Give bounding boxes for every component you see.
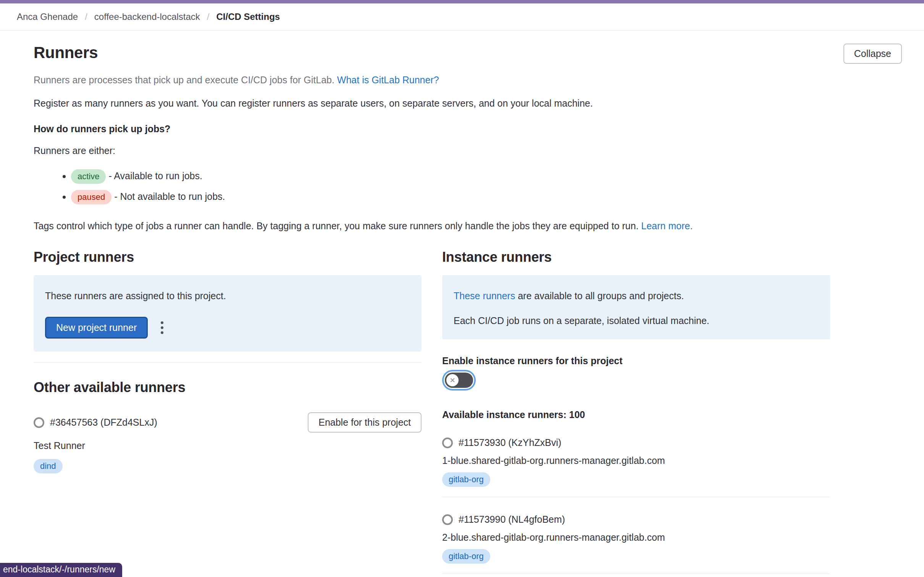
available-instance-runners-label: Available instance runners: 100 — [442, 409, 830, 420]
instance-runners-section: Instance runners These runners are avail… — [442, 249, 830, 577]
runners-are-either-text: Runners are either: — [34, 145, 902, 156]
collapse-button[interactable]: Collapse — [843, 44, 902, 64]
page-title: Runners — [34, 44, 98, 62]
other-available-runners-title: Other available runners — [34, 379, 422, 395]
instance-runner-id: #11573930 (KzYhZxBvi) — [459, 437, 561, 448]
runner-tag-badge: dind — [34, 459, 63, 473]
active-status-badge: active — [71, 169, 106, 184]
instance-runners-title: Instance runners — [442, 249, 830, 265]
runner-tag-badge: gitlab-org — [442, 549, 490, 564]
instance-runners-info-text: are available to all groups and projects… — [515, 290, 684, 301]
project-runners-info-box: These runners are assigned to this proje… — [34, 275, 422, 352]
breadcrumb: Anca Ghenade / coffee-backend-localstack… — [0, 3, 924, 31]
instance-runner-host: 1-blue.shared-gitlab-org.runners-manager… — [442, 455, 830, 466]
status-bar-url-preview: end-localstack/-/runners/new — [0, 563, 122, 577]
divider — [442, 497, 830, 497]
runner-tag-badge: gitlab-org — [442, 472, 490, 487]
these-runners-link[interactable]: These runners — [454, 290, 515, 301]
other-runner-name: Test Runner — [34, 440, 422, 451]
what-is-gitlab-runner-link[interactable]: What is GitLab Runner? — [337, 75, 439, 85]
paused-status-description: - Not available to run jobs. — [114, 191, 225, 202]
tags-description-text: Tags control which type of jobs a runner… — [34, 220, 641, 231]
top-accent-bar — [0, 0, 924, 3]
divider — [34, 362, 422, 363]
register-runners-text: Register as many runners as you want. Yo… — [34, 98, 902, 109]
runners-description-text: Runners are processes that pick up and e… — [34, 75, 334, 85]
runners-settings-page: Runners Collapse Runners are processes t… — [0, 31, 924, 577]
project-runners-title: Project runners — [34, 249, 422, 265]
instance-runner-host: 2-blue.shared-gitlab-org.runners-manager… — [442, 532, 830, 543]
divider — [442, 574, 830, 574]
how-runners-pick-up-jobs-heading: How do runners pick up jobs? — [34, 123, 902, 135]
runner-state-list: active - Available to run jobs. paused -… — [71, 169, 902, 204]
instance-runners-info-box: These runners are available to all group… — [442, 275, 830, 339]
list-item: active - Available to run jobs. — [71, 169, 902, 184]
table-row: #11573990 (NL4gfoBem) — [442, 514, 830, 525]
project-runners-section: Project runners These runners are assign… — [34, 249, 422, 577]
instance-runner-id: #11573990 (NL4gfoBem) — [459, 514, 565, 525]
table-row: #11573930 (KzYhZxBvi) — [442, 437, 830, 448]
enable-instance-runners-toggle[interactable]: × — [445, 373, 473, 388]
enable-for-this-project-button[interactable]: Enable for this project — [308, 412, 422, 433]
active-status-description: - Available to run jobs. — [108, 170, 202, 181]
instance-runner-item: #11573930 (KzYhZxBvi) 1-blue.shared-gitl… — [442, 437, 830, 497]
breadcrumb-user[interactable]: Anca Ghenade — [17, 11, 78, 22]
breadcrumb-separator: / — [85, 11, 87, 22]
breadcrumb-project[interactable]: coffee-backend-localstack — [94, 11, 200, 22]
other-runner-id: #36457563 (DFZd4SLxJ) — [50, 417, 157, 428]
runner-status-circle-icon — [442, 438, 453, 448]
instance-runners-info-line2: Each CI/CD job runs on a separate, isola… — [454, 315, 819, 326]
runner-status-circle-icon — [34, 417, 44, 428]
breadcrumb-current-page: CI/CD Settings — [216, 11, 280, 22]
toggle-off-x-icon: × — [446, 374, 459, 386]
learn-more-link[interactable]: Learn more. — [641, 220, 693, 231]
runner-status-circle-icon — [442, 514, 453, 525]
instance-runner-list: #11573930 (KzYhZxBvi) 1-blue.shared-gitl… — [442, 437, 830, 577]
project-runners-info-text: These runners are assigned to this proje… — [45, 290, 410, 301]
instance-runner-item: #11573990 (NL4gfoBem) 2-blue.shared-gitl… — [442, 514, 830, 574]
breadcrumb-separator: / — [207, 11, 210, 22]
new-project-runner-button[interactable]: New project runner — [45, 317, 148, 339]
kebab-menu-icon[interactable] — [157, 318, 167, 338]
enable-instance-runners-label: Enable instance runners for this project — [442, 355, 830, 366]
paused-status-badge: paused — [71, 190, 111, 204]
other-runner-row: #36457563 (DFZd4SLxJ) Enable for this pr… — [34, 412, 422, 433]
list-item: paused - Not available to run jobs. — [71, 190, 902, 204]
